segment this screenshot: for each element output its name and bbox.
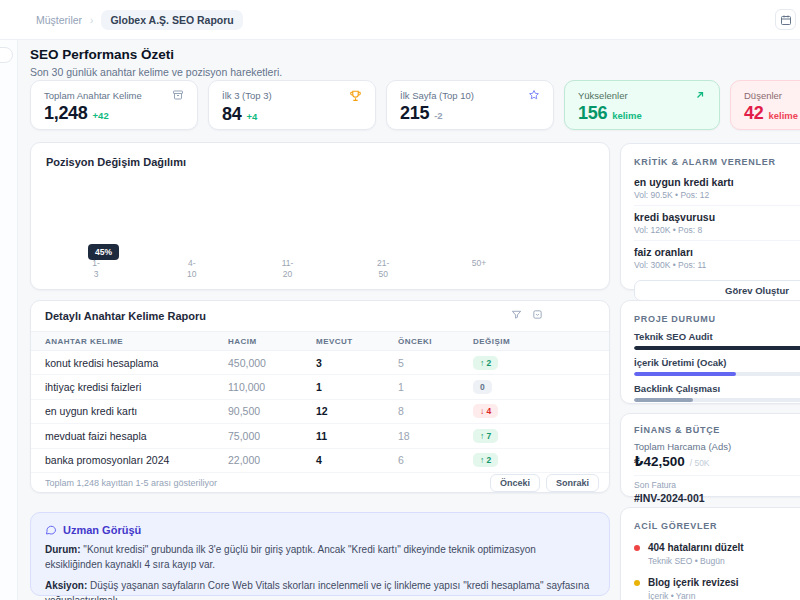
column-header: Mevcut xyxy=(316,337,398,346)
create-task-button[interactable]: Görev Oluştur xyxy=(634,280,800,301)
kpi-label: İlk 3 (Top 3) xyxy=(222,90,272,101)
arrow-up-right-icon xyxy=(694,89,706,101)
table-row: banka promosyonları 2024 22,000 4 6 ↑ 2 xyxy=(31,449,609,473)
calendar-button[interactable] xyxy=(775,9,796,30)
progress-bar xyxy=(634,346,800,350)
table-row: mevduat faizi hesapla 75,000 11 18 ↑ 7 xyxy=(31,424,609,448)
table-title: Detaylı Anahtar Kelime Raporu xyxy=(45,310,206,322)
kpi-label: Düşenler xyxy=(744,90,782,101)
task-item: 404 hatalarını düzelt Teknik SEO • Bugün xyxy=(634,542,800,566)
insight-title: Uzman Görüşü xyxy=(63,524,141,536)
progress-bar xyxy=(634,398,800,402)
kpi-label: İlk Sayfa (Top 10) xyxy=(400,90,474,101)
alert-item: kredi başvurusu Vol: 120K • Pos: 8 xyxy=(634,206,800,241)
spend-budget-suffix: / 50K xyxy=(690,458,710,468)
invoice-number: #INV-2024-001 xyxy=(634,492,800,504)
column-header: Değişim xyxy=(473,337,595,346)
column-header: Hacim xyxy=(228,337,316,346)
alert-item: en uygun kredi kartı Vol: 90.5K • Pos: 1… xyxy=(634,171,800,206)
kpi-delta: +4 xyxy=(246,111,257,122)
chart-title: Pozisyon Değişim Dağılımı xyxy=(46,156,186,168)
column-header: Önceki xyxy=(398,337,473,346)
axis-tick: 11-20 xyxy=(268,258,308,280)
kpi-card-first-page: İlk Sayfa (Top 10) 215 -2 xyxy=(386,80,554,130)
axis-tick: 50+ xyxy=(459,258,499,280)
kpi-unit: kelime xyxy=(612,110,642,121)
export-icon[interactable] xyxy=(532,309,543,320)
next-page-button[interactable]: Sonraki xyxy=(546,474,599,492)
archive-box-icon xyxy=(172,89,184,101)
change-badge: 0 xyxy=(473,380,492,394)
app-window: Müşteriler › Globex A.Ş. SEO Raporu SEO … xyxy=(0,0,800,600)
chat-bubble-icon xyxy=(45,524,57,536)
axis-tick: 21-50 xyxy=(363,258,403,280)
table-row: konut kredisi hesaplama 450,000 3 5 ↑ 2 xyxy=(31,351,609,375)
alert-item: faiz oranları Vol: 300K • Pos: 11 xyxy=(634,241,800,275)
urgent-tasks-card: ACİL GÖREVLER 404 hatalarını düzelt Tekn… xyxy=(620,507,800,600)
keyword-report-card: Detaylı Anahtar Kelime Raporu Anahtar Ke… xyxy=(30,300,610,493)
table-row: ihtiyaç kredisi faizleri 110,000 1 1 0 xyxy=(31,375,609,399)
prev-page-button[interactable]: Önceki xyxy=(490,474,540,492)
kpi-card-fallers: Düşenler 42 kelime xyxy=(730,80,800,130)
progress-item: Backlink Çalışması xyxy=(634,383,800,402)
filter-icon[interactable] xyxy=(511,309,522,320)
kpi-label: Yükselenler xyxy=(578,90,628,101)
breadcrumb-separator: › xyxy=(90,15,93,26)
table-footer: Toplam 1,248 kayıttan 1-5 arası gösteril… xyxy=(31,473,609,494)
pagination-summary: Toplam 1,248 kayıttan 1-5 arası gösteril… xyxy=(45,478,217,488)
kpi-unit: kelime xyxy=(768,110,798,121)
invoice-label: Son Fatura xyxy=(634,480,800,490)
kpi-value: 1,248 xyxy=(44,103,88,124)
finance-budget-card: FİNANS & BÜTÇE Toplam Harcama (Ads) ₺42,… xyxy=(620,413,800,497)
change-badge: ↑ 7 xyxy=(473,429,498,443)
table-row: en uygun kredi kartı 90,500 12 8 ↓ 4 xyxy=(31,400,609,424)
expert-insight-card: Uzman Görüşü Durum: "Konut kredisi" grub… xyxy=(30,512,610,596)
collapsed-sidebar xyxy=(0,40,18,600)
spend-label: Toplam Harcama (Ads) xyxy=(634,441,800,452)
column-header: Anahtar Kelime xyxy=(45,337,228,346)
priority-dot-amber xyxy=(634,580,640,586)
kpi-label: Toplam Anahtar Kelime xyxy=(44,90,142,101)
project-status-card: PROJE DURUMU Teknik SEO Audit İçerik Üre… xyxy=(620,300,800,404)
topbar-actions xyxy=(775,9,800,30)
kpi-value: 156 xyxy=(578,103,607,124)
priority-dot-red xyxy=(634,545,640,551)
breadcrumb: Müşteriler › Globex A.Ş. SEO Raporu xyxy=(36,0,243,40)
chart-x-axis: 1-3 4-10 11-20 21-50 50+ xyxy=(76,258,499,280)
page-title: SEO Performans Özeti xyxy=(30,47,282,62)
spend-value: ₺42,500 xyxy=(634,453,685,469)
insight-status-line: Durum: "Konut kredisi" grubunda ilk 3'e … xyxy=(45,543,595,572)
tasks-title: ACİL GÖREVLER xyxy=(634,521,800,531)
page-head: SEO Performans Özeti Son 30 günlük anaht… xyxy=(30,47,282,78)
critical-alerts-card: KRİTİK & ALARM VERENLER en uygun kredi k… xyxy=(620,143,800,290)
kpi-card-total-keywords: Toplam Anahtar Kelime 1,248 +42 xyxy=(30,80,198,130)
progress-bar xyxy=(634,372,800,376)
alerts-title: KRİTİK & ALARM VERENLER xyxy=(634,157,800,167)
page-subtitle: Son 30 günlük anahtar kelime ve pozisyon… xyxy=(30,66,282,78)
star-icon xyxy=(528,89,540,101)
topbar: Müşteriler › Globex A.Ş. SEO Raporu xyxy=(0,0,800,40)
kpi-value: 215 xyxy=(400,103,429,124)
kpi-card-top3: İlk 3 (Top 3) 84 +4 xyxy=(208,80,376,130)
axis-tick: 4-10 xyxy=(172,258,212,280)
breadcrumb-item-report[interactable]: Globex A.Ş. SEO Raporu xyxy=(101,10,242,30)
project-title: PROJE DURUMU xyxy=(634,314,800,324)
insight-action-line: Aksiyon: Düşüş yaşanan sayfaların Core W… xyxy=(45,579,595,600)
kpi-row: Toplam Anahtar Kelime 1,248 +42 İlk 3 (T… xyxy=(30,80,800,130)
axis-tick: 1-3 xyxy=(76,258,116,280)
finance-title: FİNANS & BÜTÇE xyxy=(634,425,800,435)
kpi-card-risers: Yükselenler 156 kelime xyxy=(564,80,720,130)
task-item: Blog içerik revizesi İçerik • Yarın xyxy=(634,577,800,600)
calendar-icon xyxy=(780,14,792,26)
change-badge: ↑ 2 xyxy=(473,453,498,467)
kpi-value: 84 xyxy=(222,104,241,125)
table-header-row: Anahtar Kelime Hacim Mevcut Önceki Değiş… xyxy=(31,331,609,351)
kpi-value: 42 xyxy=(744,103,763,124)
progress-item: İçerik Üretimi (Ocak) xyxy=(634,357,800,376)
trophy-icon xyxy=(349,89,362,102)
change-badge: ↑ 2 xyxy=(473,356,498,370)
kpi-delta: +42 xyxy=(93,110,109,121)
position-distribution-chart-card: Pozisyon Değişim Dağılımı 45% 1-3 4-10 1… xyxy=(30,142,610,290)
breadcrumb-item-clients[interactable]: Müşteriler xyxy=(36,14,82,26)
kpi-delta: -2 xyxy=(434,110,442,121)
